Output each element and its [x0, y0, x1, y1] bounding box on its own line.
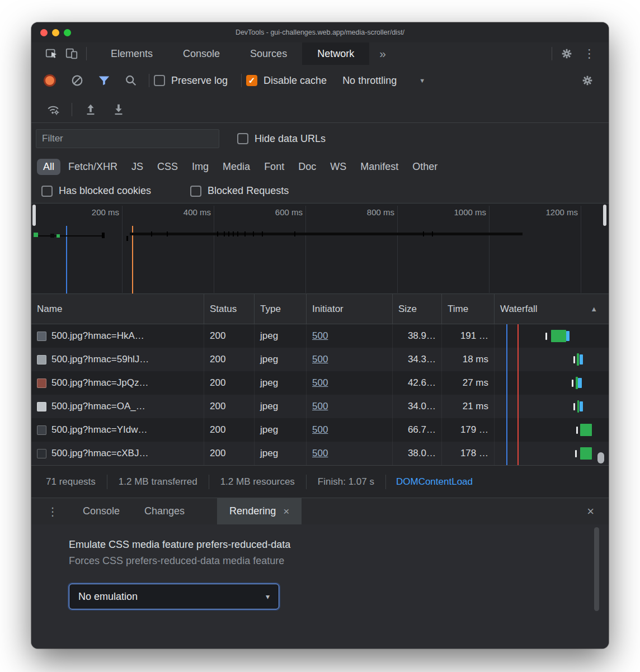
- waterfall-bar: [577, 400, 579, 413]
- overview-right-handle[interactable]: [603, 205, 606, 226]
- more-tabs-icon[interactable]: »: [369, 47, 396, 60]
- column-header-initiator[interactable]: Initiator: [307, 294, 393, 324]
- table-row[interactable]: 500.jpg?hmac=JpQz…200jpeg50042.6…27 ms: [31, 371, 609, 395]
- filter-chip-doc[interactable]: Doc: [292, 159, 322, 175]
- blocked-filters-row: Has blocked cookies Blocked Requests: [31, 179, 609, 204]
- emulation-select-value: No emulation: [78, 591, 138, 603]
- initiator-link[interactable]: 500: [312, 448, 328, 459]
- filter-toggle-icon[interactable]: [94, 72, 114, 89]
- throttling-select[interactable]: No throttling ▼: [342, 75, 425, 87]
- settings-gear-icon[interactable]: [557, 45, 577, 62]
- filter-chip-other[interactable]: Other: [406, 159, 444, 175]
- request-waterfall: [495, 418, 609, 442]
- minimize-window-button[interactable]: [52, 29, 59, 36]
- column-header-label: Initiator: [312, 304, 343, 315]
- device-toolbar-icon[interactable]: [62, 45, 82, 62]
- initiator-link[interactable]: 500: [312, 377, 328, 389]
- table-row[interactable]: 500.jpg?hmac=OA_…200jpeg50034.0…21 ms: [31, 395, 609, 418]
- main-tab-strip: Elements Console Sources Network: [96, 42, 369, 65]
- tab-console[interactable]: Console: [168, 42, 235, 65]
- overview-left-handle[interactable]: [32, 205, 36, 226]
- column-header-waterfall[interactable]: Waterfall▲: [495, 294, 609, 324]
- preserve-log-checkbox[interactable]: [154, 75, 165, 86]
- filter-chip-ws[interactable]: WS: [324, 159, 352, 175]
- network-settings-gear-icon[interactable]: [577, 72, 597, 89]
- filter-chip-img[interactable]: Img: [186, 159, 215, 175]
- record-button[interactable]: [44, 74, 56, 87]
- waterfall-bar: [580, 401, 583, 411]
- timeline-gridline: [581, 206, 581, 293]
- column-header-label: Type: [260, 304, 281, 315]
- hide-data-urls-label: Hide data URLs: [255, 133, 326, 145]
- filter-chip-media[interactable]: Media: [217, 159, 256, 175]
- column-header-type[interactable]: Type: [255, 294, 307, 324]
- request-size: 38.0…: [393, 442, 442, 465]
- hide-data-urls-checkbox[interactable]: [237, 133, 248, 144]
- request-waterfall: [495, 324, 609, 348]
- divider: [552, 47, 552, 60]
- sort-arrow-icon: ▲: [590, 305, 597, 313]
- request-time: 27 ms: [442, 371, 495, 395]
- request-type: jpeg: [255, 395, 307, 418]
- filter-chip-all[interactable]: All: [37, 159, 60, 175]
- request-status: 200: [204, 395, 255, 418]
- request-thumbnail-icon: [37, 332, 46, 341]
- tab-elements[interactable]: Elements: [96, 42, 168, 65]
- request-initiator-cell: 500: [307, 324, 393, 348]
- emulation-select[interactable]: No emulation ▾: [69, 584, 279, 609]
- initiator-link[interactable]: 500: [312, 330, 328, 342]
- drawer-tab-console[interactable]: Console: [70, 498, 132, 524]
- request-name-cell: 500.jpg?hmac=HkA…: [31, 324, 204, 348]
- overview-tick: [253, 231, 254, 236]
- close-drawer-icon[interactable]: ×: [572, 504, 609, 519]
- inspect-icon[interactable]: [41, 45, 62, 62]
- close-rendering-tab-icon[interactable]: ×: [283, 505, 289, 518]
- table-scrollbar-thumb[interactable]: [597, 452, 604, 463]
- initiator-link[interactable]: 500: [312, 424, 328, 436]
- column-header-name[interactable]: Name: [31, 294, 204, 324]
- import-har-button[interactable]: [81, 101, 101, 118]
- column-header-size[interactable]: Size: [393, 294, 442, 324]
- drawer-tab-rendering-label: Rendering: [229, 505, 276, 517]
- timeline-overview[interactable]: 200 ms400 ms600 ms800 ms1000 ms1200 ms: [31, 204, 609, 294]
- initiator-link[interactable]: 500: [312, 354, 328, 365]
- customize-menu-icon[interactable]: ⋮: [577, 47, 602, 60]
- summary-resources: 1.2 MB resources: [209, 475, 307, 489]
- filter-chip-js[interactable]: JS: [125, 159, 149, 175]
- waterfall-bar: [575, 450, 577, 457]
- tab-network[interactable]: Network: [302, 42, 369, 65]
- table-row[interactable]: 500.jpg?hmac=cXBJ…200jpeg50038.0…178 …: [31, 442, 609, 465]
- waterfall-bar: [572, 380, 573, 387]
- network-conditions-icon[interactable]: [43, 101, 63, 118]
- disable-cache-checkbox[interactable]: [246, 75, 257, 86]
- drawer-menu-icon[interactable]: ⋮: [31, 505, 70, 518]
- summary-domcontentloaded: DOMContentLoad: [386, 476, 473, 488]
- tab-sources[interactable]: Sources: [235, 42, 302, 65]
- has-blocked-cookies-label: Has blocked cookies: [59, 185, 151, 197]
- overview-mark: [126, 236, 128, 241]
- drawer-content: Emulate CSS media feature prefers-reduce…: [31, 524, 609, 649]
- zoom-window-button[interactable]: [64, 29, 71, 36]
- table-row[interactable]: 500.jpg?hmac=59hlJ…200jpeg50034.3…18 ms: [31, 348, 609, 371]
- requests-table-header: NameStatusTypeInitiatorSizeTimeWaterfall…: [31, 294, 609, 324]
- filter-chip-fetch-xhr[interactable]: Fetch/XHR: [62, 159, 124, 175]
- filter-chip-manifest[interactable]: Manifest: [354, 159, 404, 175]
- filter-input[interactable]: [36, 129, 219, 148]
- initiator-link[interactable]: 500: [312, 401, 328, 412]
- filter-chip-css[interactable]: CSS: [151, 159, 184, 175]
- clear-button[interactable]: [67, 72, 87, 89]
- has-blocked-cookies-checkbox[interactable]: [41, 186, 53, 197]
- drawer-tab-rendering[interactable]: Rendering ×: [217, 498, 302, 524]
- close-window-button[interactable]: [40, 29, 48, 36]
- drawer-scrollbar-thumb[interactable]: [594, 527, 599, 611]
- column-header-time[interactable]: Time: [442, 294, 495, 324]
- table-row[interactable]: 500.jpg?hmac=HkA…200jpeg50038.9…191 …: [31, 324, 609, 348]
- filter-chip-font[interactable]: Font: [258, 159, 290, 175]
- request-name-cell: 500.jpg?hmac=OA_…: [31, 395, 204, 418]
- drawer-tab-changes[interactable]: Changes: [132, 498, 197, 524]
- column-header-status[interactable]: Status: [204, 294, 255, 324]
- export-har-button[interactable]: [109, 101, 129, 118]
- search-icon[interactable]: [121, 72, 141, 89]
- table-row[interactable]: 500.jpg?hmac=YIdw…200jpeg50066.7…179 …: [31, 418, 609, 442]
- blocked-requests-checkbox[interactable]: [190, 186, 201, 197]
